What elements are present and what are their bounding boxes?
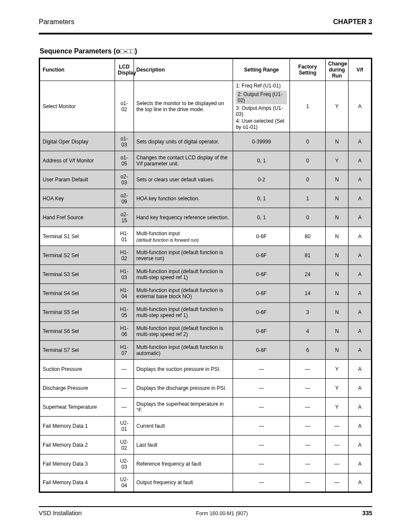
cell-function: Terminal S4 Sel xyxy=(40,284,115,303)
cell-range: 0, 1 xyxy=(233,151,290,170)
cell-function: Superheat Temperature xyxy=(40,398,115,417)
cell-description: Reference frequency at fault xyxy=(134,454,233,473)
cell-vf: A xyxy=(349,379,372,398)
table-row: Select Monitoro1-02Selects the monitor t… xyxy=(40,81,372,132)
cell-lcd: U2-04 xyxy=(115,473,134,492)
cell-vf: A xyxy=(349,246,372,265)
cell-vf: A xyxy=(349,454,372,473)
cell-vf: A xyxy=(349,436,372,454)
cell-description: Multi-function input (default function i… xyxy=(134,341,233,360)
cell-vf: A xyxy=(349,417,372,436)
cell-description: Multi-function input (default function i… xyxy=(134,246,233,265)
cell-vf: A xyxy=(349,322,372,341)
table-row: HOA Keyo2-09HOA key function selection.0… xyxy=(40,189,372,208)
cell-range: 0-6F xyxy=(233,322,290,341)
cell-description: Displays the superheat temperature in °F… xyxy=(134,398,233,417)
cell-function: Fail Memory Data 4 xyxy=(40,473,115,492)
cell-description: Output frequency at fault xyxy=(134,473,233,492)
cell-range: — xyxy=(233,454,290,473)
table-row: User Param Defaulto2-03Sets or clears us… xyxy=(40,170,372,189)
cell-lcd: — xyxy=(115,398,134,417)
cell-lcd: o1-02 xyxy=(115,81,134,132)
table-row: Fail Memory Data 3U2-03Reference frequen… xyxy=(40,454,372,473)
cell-change: N xyxy=(325,322,349,341)
cell-vf: A xyxy=(349,303,372,322)
footer-page: 335 xyxy=(362,510,372,516)
cell-change: — xyxy=(325,436,349,454)
table-header-row: Function LCD Display Description Setting… xyxy=(40,59,372,81)
cell-function: Terminal S7 Sel xyxy=(40,341,115,360)
cell-factory: 81 xyxy=(290,246,325,265)
cell-factory: 80 xyxy=(290,227,325,246)
table-row: Fail Memory Data 1U2-01Current fault———A xyxy=(40,417,372,436)
table-subheading: Sequence Parameters (o□-□□) xyxy=(40,47,372,55)
cell-factory: 0 xyxy=(290,151,325,170)
cell-vf: A xyxy=(349,227,372,246)
cell-function: Address of V/f Monitor xyxy=(40,151,115,170)
cell-lcd: U2-01 xyxy=(115,417,134,436)
table-row: Terminal S6 SelH1-06Multi-function input… xyxy=(40,322,372,341)
cell-change: — xyxy=(325,454,349,473)
cell-change: Y xyxy=(325,360,349,379)
footer-mid: Form 160.00-M1 (907) xyxy=(196,510,248,516)
cell-change: — xyxy=(325,417,349,436)
cell-function: Terminal S2 Sel xyxy=(40,246,115,265)
cell-vf: A xyxy=(349,81,372,132)
cell-change: Y xyxy=(325,81,349,132)
cell-function: User Param Default xyxy=(40,170,115,189)
cell-lcd: U2-02 xyxy=(115,436,134,454)
cell-change: Y xyxy=(325,379,349,398)
cell-function: Fail Memory Data 1 xyxy=(40,417,115,436)
cell-lcd: — xyxy=(115,360,134,379)
cell-range: — xyxy=(233,360,290,379)
cell-description: Last fault xyxy=(134,436,233,454)
range-option: 4: User-selected (Set by o1-01) xyxy=(236,118,287,130)
cell-description: Multi-function input(default function is… xyxy=(134,227,233,246)
table-row: Fail Memory Data 4U2-04Output frequency … xyxy=(40,473,372,492)
cell-description: Sets or clears user default values. xyxy=(134,170,233,189)
cell-factory: — xyxy=(290,398,325,417)
col-change: Change during Run xyxy=(325,59,349,81)
cell-vf: A xyxy=(349,151,372,170)
cell-range: 0-6F xyxy=(233,303,290,322)
cell-description: Multi-function input (default function i… xyxy=(134,265,233,284)
cell-lcd: H1-02 xyxy=(115,246,134,265)
cell-lcd: H1-01 xyxy=(115,227,134,246)
cell-vf: A xyxy=(349,473,372,492)
col-range: Setting Range xyxy=(233,59,290,81)
cell-change: — xyxy=(325,473,349,492)
cell-description: Multi-function input (default function i… xyxy=(134,322,233,341)
cell-description: Sets display units of digital operator. xyxy=(134,132,233,151)
cell-change: N xyxy=(325,284,349,303)
table-row: Suction Pressure—Displays the suction pr… xyxy=(40,360,372,379)
cell-lcd: — xyxy=(115,379,134,398)
cell-function: Select Monitor xyxy=(40,81,115,132)
cell-change: N xyxy=(325,189,349,208)
range-option: 3: Output Amps (U1-03) xyxy=(236,105,287,117)
cell-function: Digital Oper Display xyxy=(40,132,115,151)
cell-range: — xyxy=(233,417,290,436)
table-row: Terminal S1 SelH1-01Multi-function input… xyxy=(40,227,372,246)
table-row: Hand Fref Sourceo2-15Hand key frequency … xyxy=(40,208,372,227)
table-row: Terminal S3 SelH1-03Multi-function input… xyxy=(40,265,372,284)
cell-range: 0-6F xyxy=(233,265,290,284)
cell-factory: 6 xyxy=(290,341,325,360)
cell-factory: — xyxy=(290,379,325,398)
cell-lcd: o2-09 xyxy=(115,189,134,208)
cell-function: Terminal S1 Sel xyxy=(40,227,115,246)
cell-change: Y xyxy=(325,398,349,417)
cell-factory: 0 xyxy=(290,132,325,151)
cell-factory: 0 xyxy=(290,170,325,189)
cell-range: — xyxy=(233,379,290,398)
cell-function: Terminal S5 Sel xyxy=(40,303,115,322)
cell-vf: A xyxy=(349,132,372,151)
table-row: Digital Oper Displayo1-03Sets display un… xyxy=(40,132,372,151)
desc-note: (default function is forward run) xyxy=(137,237,230,243)
cell-change: Y xyxy=(325,151,349,170)
cell-lcd: U2-03 xyxy=(115,454,134,473)
cell-lcd: H1-07 xyxy=(115,341,134,360)
cell-function: Terminal S3 Sel xyxy=(40,265,115,284)
cell-range: 0, 1 xyxy=(233,208,290,227)
cell-function: Fail Memory Data 3 xyxy=(40,454,115,473)
table-row: Fail Memory Data 2U2-02Last fault———A xyxy=(40,436,372,454)
